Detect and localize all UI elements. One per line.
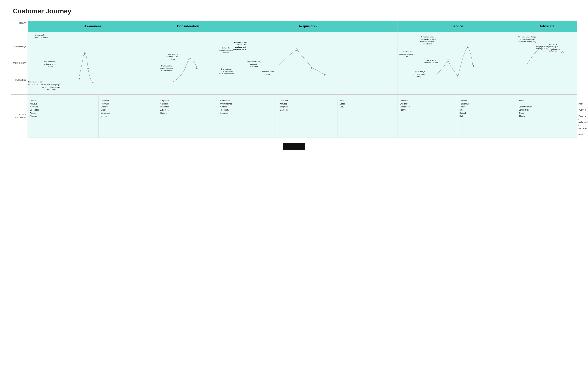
stage-advocate: Advocate [517,21,577,32]
tp-service-3days: Acquires 3 days short-contracting servic… [410,71,427,78]
tp-acquisition-explore-adv: Explore the advantages of the service [218,47,234,54]
tp-consideration-finds: User finds out about YiSi Life in China [166,53,180,60]
svg-point-10 [457,75,459,77]
good-feelings-label: Good Feelings [13,45,26,48]
acquisition-touchpoints: Arrives to Chinaand makes the decision a… [218,32,398,95]
feelings-service-1: -Motivated -Entertained -Understood -Pos… [398,95,457,138]
svg-point-4 [187,60,189,61]
svg-point-7 [312,67,313,69]
service-path [398,32,517,94]
feelings-acquisition-1: -Understood -Overwhelmed -Curious -Thoug… [218,95,278,138]
tp-service-frequent: The customer becomes a frequent user [398,51,415,58]
journey-table: STAGES Awareness Consideration Acquisiti… [11,20,577,138]
stage-awareness: Awareness [28,21,158,32]
feelings-row: FEELINGS AND NEEDS -Excited -Nervous -Mo… [11,95,577,138]
svg-point-3 [92,81,94,82]
svg-point-8 [324,74,326,76]
svg-point-11 [467,46,469,48]
header-row: STAGES Awareness Consideration Acquisiti… [11,21,577,32]
tp-acquisition-free-user: Starts as a free user [261,71,275,76]
svg-point-9 [447,60,449,61]
service-touchpoints: The customer becomes a frequent user Acq… [398,32,517,95]
consideration-touchpoints: User finds out about YiSi Life in China … [158,32,218,95]
tp-service-premium: User acquires Premium services [423,59,439,64]
tp-acquisition-understands: The customer understands the value of th… [218,68,235,75]
page-title: Customer Journey [13,7,577,15]
svg-point-2 [87,67,89,69]
black-rectangle [283,143,305,150]
feelings-awareness-2: -Confused -Frustrated -Excluded -Lonely … [98,95,158,138]
svg-point-15 [562,51,563,53]
stages-label: STAGES [11,21,28,32]
stage-acquisition: Acquisition [218,21,398,32]
svg-point-0 [78,78,80,80]
feelings-acquisition-3: -Tired -Bored -Lazy [337,95,398,138]
awareness-touchpoints: Searches for options on the web Contacts… [28,32,158,95]
touchpoints-label: Good Feelings TOUCHPOINTS Bad Feelings [11,32,28,95]
tp-service-great-feed: Gets great feed, understands the large v… [419,36,436,45]
bad-feelings-label: Bad Feelings [13,79,26,81]
touchpoints-main-label: TOUCHPOINTS [13,62,26,64]
tp-consideration-evaluates: Evaluates the option and asks for refere… [159,65,174,72]
svg-point-5 [196,67,198,69]
tp-awareness-jacob: Jacob starts to plan his journey to Chin… [28,81,43,86]
feelings-service-2: -Satisfied -Thoughtful -Secure -Safe -Sp… [457,95,517,138]
consideration-path [158,32,218,94]
tp-awareness-language: User finds a language barrier, restricti… [42,84,61,91]
tp-advocate-suggests: The user suggests app to other people (b… [518,36,536,43]
touchpoints-row: Good Feelings TOUCHPOINTS Bad Feelings S… [11,32,577,95]
advocate-touchpoints: The user suggests app to other people (b… [517,32,577,95]
svg-point-1 [83,53,85,55]
stage-service: Service [398,21,517,32]
tp-acquisition-arrives: Arrives to Chinaand makes the decision a… [233,41,249,51]
feelings-advocate-1: -Loyal - Communication Connectivity -Sma… [517,95,577,138]
tp-awareness-contacts: Contacts school, friends and family for … [42,60,56,68]
bottom-section [11,140,577,150]
feelings-acquisition-2: -Uncertain -Amused -Skeptical -Cautious [278,95,338,138]
svg-point-12 [472,65,474,67]
tp-advocate-community: Creates a community of frequent users ar… [546,43,560,53]
svg-point-6 [296,49,298,51]
tp-awareness-searches: Searches for options on the web [33,34,48,39]
tp-acquisition-explores: Explores website, app, gets interested [247,60,261,68]
feelings-label: FEELINGS AND NEEDS [11,95,28,138]
feelings-awareness-1: -Excited -Nervous -Motivated -Orientatio… [28,95,99,138]
feelings-consideration: -Surprised -Skeptical -Interested -Attra… [158,95,218,138]
stage-consideration: Consideration [158,21,218,32]
